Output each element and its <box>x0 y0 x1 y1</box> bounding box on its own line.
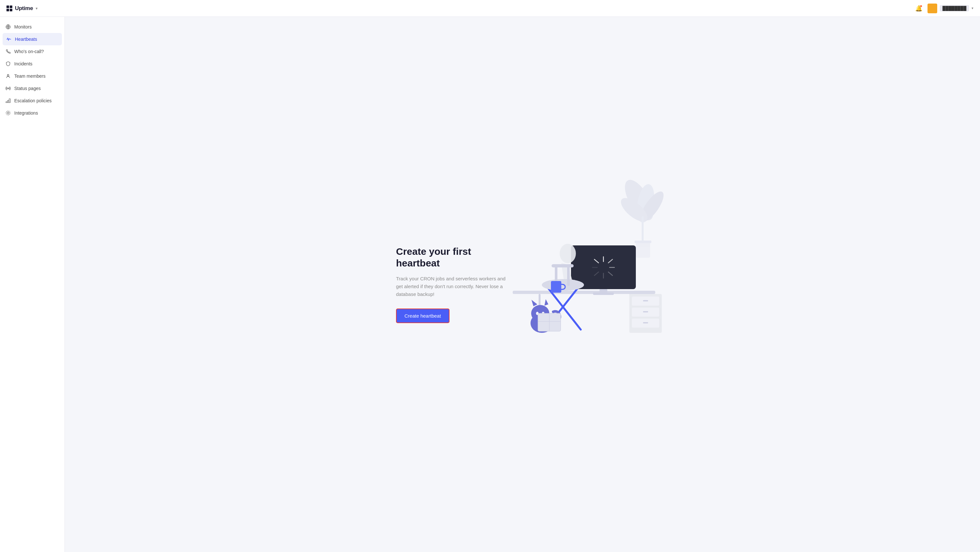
empty-state-title: Create your first heartbeat <box>396 246 506 269</box>
svg-rect-34 <box>567 265 570 286</box>
svg-rect-4 <box>8 100 9 103</box>
globe-icon <box>5 24 11 30</box>
user-name: ████████ <box>940 5 969 11</box>
sidebar-item-status-pages[interactable]: Status pages <box>0 82 65 95</box>
header-right: 🔔 ████████ ▾ <box>914 3 974 13</box>
sidebar-item-heartbeats-label: Heartbeats <box>15 36 37 42</box>
svg-point-7 <box>6 111 10 115</box>
sidebar-item-escalation-label: Escalation policies <box>14 98 51 103</box>
main-content: Create your first heartbeat Track your C… <box>65 17 980 552</box>
logo-chevron-icon[interactable]: ▾ <box>36 6 38 11</box>
header: Uptime ▾ 🔔 ████████ ▾ <box>0 0 980 17</box>
heartbeat-icon <box>6 36 12 42</box>
empty-state: Create your first heartbeat Track your C… <box>377 233 668 336</box>
sidebar-item-oncall-label: Who's on-call? <box>14 49 44 54</box>
sidebar-item-team-label: Team members <box>14 73 45 79</box>
sidebar-item-statuspages-label: Status pages <box>14 86 41 91</box>
sidebar-item-escalation[interactable]: Escalation policies <box>0 95 65 107</box>
user-menu-chevron-icon: ▾ <box>972 6 974 10</box>
svg-marker-40 <box>544 299 548 306</box>
sidebar-item-integrations-label: Integrations <box>14 110 38 116</box>
integrations-icon <box>5 110 11 116</box>
sidebar-item-heartbeats[interactable]: Heartbeats <box>3 33 62 45</box>
user-menu-button[interactable]: ████████ ▾ <box>928 3 974 13</box>
logo-text: Uptime <box>15 5 33 12</box>
svg-rect-13 <box>636 241 650 258</box>
svg-rect-53 <box>643 322 648 324</box>
avatar <box>928 3 937 13</box>
sidebar-item-incidents[interactable]: Incidents <box>0 58 65 70</box>
svg-rect-12 <box>642 216 644 242</box>
signal-icon <box>5 86 11 91</box>
sidebar-item-monitors-label: Monitors <box>14 24 32 29</box>
svg-rect-28 <box>593 292 614 295</box>
svg-marker-39 <box>531 300 537 306</box>
svg-rect-5 <box>9 99 10 103</box>
notifications-button[interactable]: 🔔 <box>914 3 924 13</box>
svg-point-2 <box>8 88 9 89</box>
sidebar-item-integrations[interactable]: Integrations <box>0 107 65 119</box>
person-icon <box>5 73 11 79</box>
create-heartbeat-button[interactable]: Create heartbeat <box>396 309 450 323</box>
svg-rect-3 <box>6 102 7 103</box>
shield-icon <box>5 61 11 67</box>
logo-icon <box>6 5 12 11</box>
phone-icon <box>5 49 11 54</box>
sidebar-item-monitors[interactable]: Monitors <box>0 21 65 33</box>
logo-squares <box>6 5 12 11</box>
svg-rect-35 <box>552 264 574 267</box>
svg-rect-52 <box>643 311 648 312</box>
svg-rect-51 <box>643 300 648 301</box>
svg-point-6 <box>7 112 9 114</box>
sidebar-item-team[interactable]: Team members <box>0 70 65 82</box>
layout: Monitors Heartbeats Who's on-call? <box>0 17 980 552</box>
svg-rect-36 <box>551 281 561 293</box>
svg-rect-15 <box>513 291 655 294</box>
sidebar-item-on-call[interactable]: Who's on-call? <box>0 45 65 58</box>
sidebar-item-incidents-label: Incidents <box>14 61 32 67</box>
svg-point-29 <box>560 244 576 263</box>
svg-rect-14 <box>635 241 651 243</box>
sidebar: Monitors Heartbeats Who's on-call? <box>0 17 65 552</box>
empty-state-content: Create your first heartbeat Track your C… <box>396 246 506 323</box>
header-left: Uptime ▾ <box>6 5 38 12</box>
escalation-icon <box>5 98 11 104</box>
notification-dot <box>920 5 922 8</box>
illustration <box>480 174 668 336</box>
svg-point-1 <box>8 75 9 76</box>
empty-state-description: Track your CRON jobs and serverless work… <box>396 275 506 298</box>
